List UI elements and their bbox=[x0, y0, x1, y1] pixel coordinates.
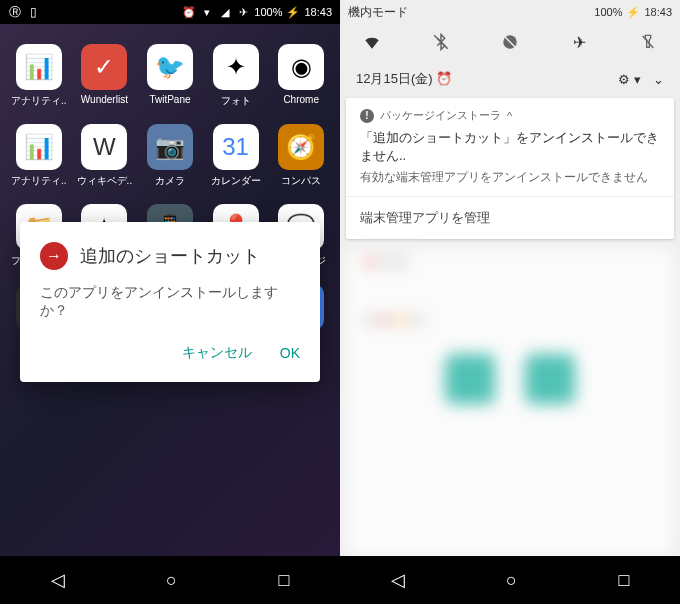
date-text: 12月15日(金) bbox=[356, 71, 433, 86]
status-bar: 機内モード 100% ⚡ 18:43 bbox=[340, 0, 680, 24]
flashlight-toggle[interactable] bbox=[636, 30, 660, 54]
svg-line-3 bbox=[643, 36, 654, 48]
dialog-message: このアプリをアンインストールしますか？ bbox=[40, 284, 300, 320]
airplane-mode-label: 機内モード bbox=[348, 4, 408, 21]
notification-card[interactable]: ! パッケージインストーラ ^ 「追加のショートカット」をアンインストールできま… bbox=[346, 98, 674, 239]
battery-percent: 100% bbox=[594, 6, 622, 18]
collapse-icon[interactable]: ^ bbox=[507, 110, 512, 122]
wifi-toggle[interactable] bbox=[360, 30, 384, 54]
right-phone-screen: 機内モード 100% ⚡ 18:43 ✈ 12月15日(金) ⏰ ⚙ ▾ ⌄ bbox=[340, 0, 680, 604]
blurred-background bbox=[346, 248, 674, 556]
settings-icon[interactable]: ⚙ ▾ bbox=[618, 72, 641, 87]
notification-source: パッケージインストーラ bbox=[380, 108, 501, 123]
notification-action[interactable]: 端末管理アプリを管理 bbox=[346, 196, 674, 239]
recents-button[interactable]: □ bbox=[278, 570, 289, 591]
cancel-button[interactable]: キャンセル bbox=[182, 344, 252, 362]
battery-icon: ⚡ bbox=[626, 5, 640, 19]
alarm-icon: ⏰ bbox=[436, 71, 452, 86]
recents-button[interactable]: □ bbox=[618, 570, 629, 591]
navigation-bar: ◁ ○ □ bbox=[340, 556, 680, 604]
home-button[interactable]: ○ bbox=[506, 570, 517, 591]
ok-button[interactable]: OK bbox=[280, 344, 300, 362]
uninstall-dialog: → 追加のショートカット このアプリをアンインストールしますか？ キャンセル O… bbox=[20, 222, 320, 382]
quick-settings-row: ✈ bbox=[340, 24, 680, 60]
back-button[interactable]: ◁ bbox=[391, 569, 405, 591]
dialog-overlay: → 追加のショートカット このアプリをアンインストールしますか？ キャンセル O… bbox=[0, 0, 340, 604]
bluetooth-toggle[interactable] bbox=[429, 30, 453, 54]
clock-text: 18:43 bbox=[644, 6, 672, 18]
back-button[interactable]: ◁ bbox=[51, 569, 65, 591]
app-shortcut-icon: → bbox=[40, 242, 68, 270]
navigation-bar: ◁ ○ □ bbox=[0, 556, 340, 604]
notification-header: ! パッケージインストーラ ^ bbox=[346, 98, 674, 127]
left-phone-screen: Ⓡ ▯ ⏰ ▾ ◢ ✈ 100% ⚡ 18:43 📊アナリティ.. ✓Wunde… bbox=[0, 0, 340, 604]
dnd-toggle[interactable] bbox=[498, 30, 522, 54]
notification-title: 「追加のショートカット」をアンインストールできません.. bbox=[346, 127, 674, 167]
qs-date-row: 12月15日(金) ⏰ ⚙ ▾ ⌄ bbox=[340, 60, 680, 98]
warning-icon: ! bbox=[360, 109, 374, 123]
airplane-toggle[interactable]: ✈ bbox=[567, 30, 591, 54]
expand-icon[interactable]: ⌄ bbox=[653, 72, 664, 87]
dialog-title: 追加のショートカット bbox=[80, 244, 260, 268]
home-button[interactable]: ○ bbox=[166, 570, 177, 591]
notification-body: 有効な端末管理アプリをアンインストールできません bbox=[346, 167, 674, 196]
